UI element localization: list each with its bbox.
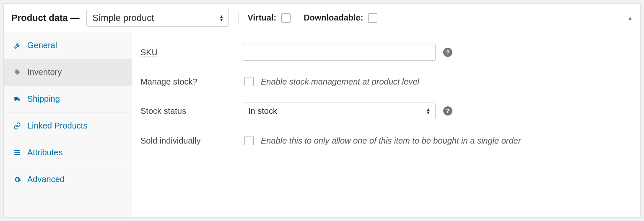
sku-row: SKU ?	[132, 36, 640, 68]
manage-stock-row: Manage stock? Enable stock management at…	[132, 68, 640, 95]
sold-individually-row: Sold individually Enable this to only al…	[132, 127, 640, 154]
tab-attributes-label: Attributes	[27, 148, 62, 157]
tab-general-label: General	[27, 41, 57, 50]
downloadable-checkbox[interactable]	[368, 13, 377, 23]
sold-individually-desc: Enable this to only allow one of this it…	[261, 136, 521, 146]
sold-individually-checkbox[interactable]	[244, 136, 254, 145]
postbox-body: General Inventory Shipping Linked Produc…	[4, 32, 640, 217]
postbox-header: Product data — Simple product ▲▼ Virtual…	[4, 4, 640, 32]
tab-shipping-label: Shipping	[27, 94, 60, 104]
manage-stock-label: Manage stock?	[140, 77, 243, 87]
manage-stock-checkbox[interactable]	[244, 77, 254, 86]
virtual-label: Virtual:	[248, 13, 277, 23]
wrench-icon	[13, 42, 21, 49]
help-icon[interactable]: ?	[443, 106, 452, 116]
svg-rect-2	[14, 154, 20, 155]
tab-inventory-label: Inventory	[27, 67, 62, 77]
tab-linked-label: Linked Products	[27, 121, 87, 131]
inventory-panel: SKU ? Manage stock? Enable stock managem…	[132, 32, 640, 217]
downloadable-label: Downloadable:	[304, 13, 363, 23]
gear-icon	[13, 176, 21, 183]
virtual-checkbox[interactable]	[281, 13, 291, 23]
tab-inventory[interactable]: Inventory	[4, 59, 132, 86]
stock-status-select-wrap: In stock ▲▼	[243, 103, 436, 119]
product-data-postbox: Product data — Simple product ▲▼ Virtual…	[3, 3, 641, 218]
tab-general[interactable]: General	[4, 32, 132, 59]
help-icon[interactable]: ?	[443, 48, 452, 57]
tab-advanced[interactable]: Advanced	[4, 166, 132, 193]
stock-status-row: Stock status In stock ▲▼ ?	[132, 95, 640, 127]
svg-rect-0	[14, 150, 20, 151]
tab-linked-products[interactable]: Linked Products	[4, 113, 132, 139]
tab-attributes[interactable]: Attributes	[4, 139, 132, 166]
virtual-option: Virtual:	[248, 12, 292, 24]
list-icon	[13, 149, 21, 157]
tab-shipping[interactable]: Shipping	[4, 86, 132, 113]
manage-stock-desc: Enable stock management at product level	[261, 77, 419, 87]
truck-icon	[13, 95, 21, 103]
product-type-select-wrap: Simple product ▲▼	[86, 9, 229, 27]
header-divider	[238, 12, 239, 24]
panel-title: Product data —	[11, 13, 80, 23]
sold-individually-label: Sold individually	[140, 136, 243, 146]
product-type-select[interactable]: Simple product	[86, 9, 229, 27]
stock-status-select[interactable]: In stock	[243, 103, 436, 119]
tab-advanced-label: Advanced	[27, 175, 65, 184]
link-icon	[13, 122, 21, 130]
svg-rect-1	[14, 152, 20, 153]
sku-label: SKU	[140, 48, 243, 57]
stock-status-label: Stock status	[140, 106, 243, 116]
downloadable-option: Downloadable:	[304, 12, 379, 24]
tag-icon	[13, 69, 21, 76]
collapse-toggle-icon[interactable]: ▲	[628, 15, 633, 21]
product-data-tabs: General Inventory Shipping Linked Produc…	[4, 32, 132, 217]
sku-input[interactable]	[243, 44, 436, 61]
